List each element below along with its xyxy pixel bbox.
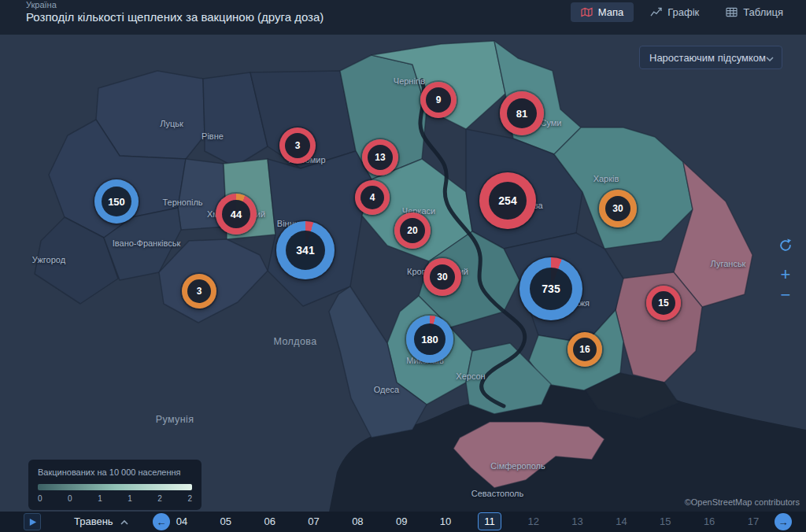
- bubble-value: 20: [407, 225, 417, 236]
- vaccination-bubble[interactable]: 254: [479, 172, 536, 229]
- timeline-day-06[interactable]: 06: [258, 512, 282, 530]
- play-button[interactable]: [24, 513, 41, 530]
- timeline-day-14[interactable]: 14: [609, 512, 633, 530]
- header: Україна Розподіл кількості щеплених за в…: [0, 0, 806, 35]
- zoom-out-button[interactable]: −: [781, 288, 791, 302]
- map-attribution: ©OpenStreetMap contributors: [685, 497, 800, 507]
- next-day-button[interactable]: →: [775, 513, 792, 530]
- vaccination-bubble[interactable]: 30: [599, 190, 637, 227]
- vaccination-bubble[interactable]: 20: [394, 212, 431, 249]
- bubble-value: 3: [197, 286, 202, 297]
- tab-label: Графік: [667, 6, 699, 18]
- tab-Таблиця[interactable]: Таблиця: [715, 2, 793, 22]
- timeline-day-15[interactable]: 15: [653, 512, 677, 530]
- timeline-day-08[interactable]: 08: [346, 512, 369, 530]
- page-title: Розподіл кількості щеплених за вакциною …: [26, 10, 324, 24]
- timeline-day-09[interactable]: 09: [390, 512, 413, 530]
- bubble-value: 13: [375, 152, 385, 163]
- bubble-value: 4: [370, 192, 375, 203]
- vaccination-bubble[interactable]: 81: [500, 91, 544, 135]
- zoom-in-button[interactable]: +: [781, 268, 791, 282]
- vaccination-bubble[interactable]: 735: [519, 257, 582, 320]
- bubble-value: 150: [108, 196, 125, 208]
- legend-tick: 0: [38, 494, 43, 503]
- arrow-right-icon: →: [778, 516, 789, 528]
- vaccination-bubble[interactable]: 13: [362, 139, 398, 175]
- legend-tick: 2: [187, 494, 192, 503]
- vaccination-bubble[interactable]: 44: [216, 194, 257, 235]
- view-tabs: МапаГрафікТаблиця: [571, 2, 793, 22]
- tab-label: Мапа: [598, 6, 623, 18]
- map-icon: [581, 7, 593, 17]
- tab-Графік[interactable]: Графік: [640, 2, 709, 22]
- legend-title: Вакцинованих на 10 000 населення: [38, 467, 192, 477]
- chevron-down-icon: [766, 52, 774, 64]
- vaccination-bubble[interactable]: 150: [94, 179, 139, 224]
- bubble-value: 81: [516, 108, 527, 120]
- vaccination-bubble[interactable]: 15: [646, 286, 681, 320]
- timeline-day-12[interactable]: 12: [522, 512, 545, 530]
- table-icon: [726, 7, 738, 17]
- legend-tick: 1: [128, 494, 132, 503]
- tab-Мапа[interactable]: Мапа: [571, 2, 634, 22]
- timeline-days: 0405060708091011121314151617: [170, 512, 765, 530]
- legend: Вакцинованих на 10 000 населення 001122: [28, 460, 202, 510]
- bubble-value: 735: [542, 283, 560, 295]
- bubble-value: 9: [436, 94, 442, 105]
- bubble-value: 341: [296, 244, 314, 257]
- month-selector[interactable]: Травень: [74, 515, 128, 527]
- bubble-value: 3: [295, 140, 301, 151]
- bubbles-layer: 98131342543015044341203073515318016: [0, 35, 806, 532]
- vaccination-bubble[interactable]: 180: [406, 316, 453, 363]
- prev-day-button[interactable]: ←: [153, 513, 170, 530]
- mode-dropdown-value: Наростаючим підсумком: [649, 52, 766, 64]
- chart-icon: [650, 7, 662, 17]
- refresh-icon: [778, 238, 793, 253]
- legend-tick: 2: [157, 494, 162, 503]
- timeline-day-04[interactable]: 04: [170, 512, 194, 530]
- vaccination-bubble[interactable]: 3: [279, 127, 316, 164]
- breadcrumb[interactable]: Україна: [26, 0, 57, 9]
- vaccination-bubble[interactable]: 16: [568, 332, 602, 367]
- chevron-up-icon: [120, 515, 128, 527]
- timeline-day-05[interactable]: 05: [214, 512, 238, 530]
- mode-dropdown[interactable]: Наростаючим підсумком: [639, 46, 782, 69]
- timeline-bar: Травень ← 0405060708091011121314151617 →: [0, 512, 806, 532]
- legend-ticks: 001122: [38, 494, 192, 503]
- legend-gradient: [38, 484, 192, 490]
- tab-label: Таблиця: [743, 6, 783, 18]
- bubble-value: 30: [437, 272, 447, 283]
- month-label: Травень: [74, 515, 113, 527]
- play-icon: [28, 518, 37, 526]
- legend-tick: 1: [98, 494, 102, 503]
- vaccination-bubble[interactable]: 30: [423, 258, 461, 296]
- legend-tick: 0: [68, 494, 72, 503]
- bubble-value: 16: [579, 344, 590, 355]
- timeline-day-16[interactable]: 16: [697, 512, 721, 530]
- bubble-value: 30: [612, 203, 623, 214]
- map-controls: + −: [778, 238, 793, 302]
- timeline-day-07[interactable]: 07: [302, 512, 326, 530]
- bubble-value: 254: [498, 194, 516, 207]
- bubble-value: 15: [658, 297, 668, 308]
- zoom-controls: + −: [781, 268, 791, 302]
- vaccination-bubble[interactable]: 9: [420, 82, 457, 118]
- timeline-day-10[interactable]: 10: [434, 512, 457, 530]
- timeline-day-17[interactable]: 17: [741, 512, 765, 530]
- timeline-day-13[interactable]: 13: [566, 512, 590, 530]
- arrow-left-icon: ←: [157, 516, 167, 528]
- refresh-button[interactable]: [778, 238, 793, 255]
- bubble-value: 44: [231, 209, 242, 220]
- timeline-day-11[interactable]: 11: [478, 512, 501, 530]
- vaccination-bubble[interactable]: 341: [276, 221, 335, 279]
- vaccination-bubble[interactable]: 4: [355, 180, 390, 215]
- map-canvas[interactable]: ЧернігівСумиЛуцькРівнеЖитомирТернопільХм…: [0, 35, 806, 532]
- vaccination-bubble[interactable]: 3: [182, 274, 216, 308]
- bubble-value: 180: [421, 334, 438, 345]
